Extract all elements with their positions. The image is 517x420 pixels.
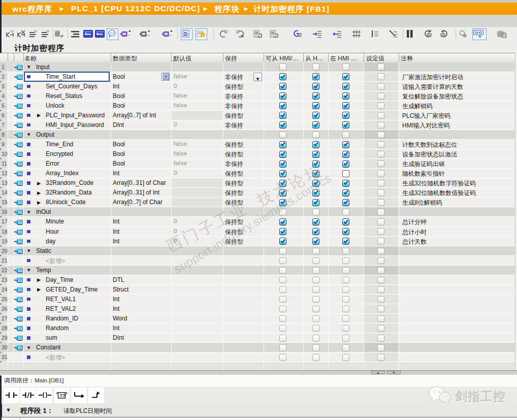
svg-text:01: 01 [18,113,22,118]
svg-text:01: 01 [18,143,22,147]
svg-text:01: 01 [18,75,22,79]
svg-text:01: 01 [18,278,22,282]
svg-text:01: 01 [18,152,22,157]
svg-text:01: 01 [18,327,22,331]
svg-text:01: 01 [18,162,22,167]
svg-text:01: 01 [18,133,22,137]
svg-text:01: 01 [18,268,22,273]
svg-text:01: 01 [18,307,22,312]
svg-text:01: 01 [18,123,22,127]
svg-text:01: 01 [18,317,22,321]
svg-text:01: 01 [18,181,22,186]
svg-text:01: 01 [18,104,22,108]
svg-text:01: 01 [18,201,22,205]
svg-text:01: 01 [18,287,22,292]
svg-text:01: 01 [18,84,22,89]
svg-text:01: 01 [18,239,22,244]
svg-text:01: 01 [18,172,22,176]
svg-text:01: 01 [18,249,22,253]
svg-text:??: ?? [59,393,66,398]
svg-text:01: 01 [18,65,22,70]
svg-text:01: 01 [18,94,22,99]
svg-text:01: 01 [18,230,22,234]
svg-text:01: 01 [18,298,22,302]
svg-text:01: 01 [18,220,22,224]
svg-text:01: 01 [18,346,22,350]
svg-text:01: 01 [18,336,22,341]
svg-text:01: 01 [18,191,22,196]
svg-text:01: 01 [18,210,22,215]
